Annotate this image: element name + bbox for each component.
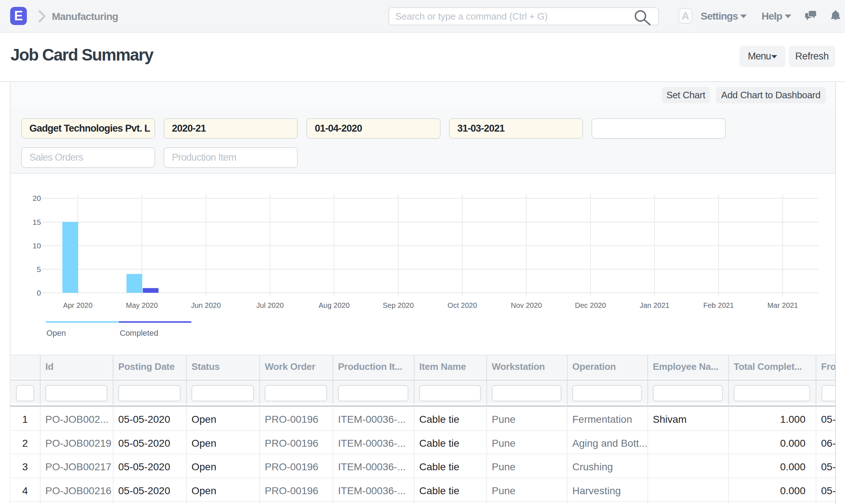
svg-text:Jun 2020: Jun 2020 (191, 301, 221, 309)
svg-text:Jul 2020: Jul 2020 (256, 301, 284, 309)
svg-text:10: 10 (33, 241, 41, 250)
svg-text:Dec 2020: Dec 2020 (575, 301, 606, 309)
svg-text:Apr 2020: Apr 2020 (63, 301, 92, 309)
svg-text:Feb 2021: Feb 2021 (703, 301, 734, 309)
svg-text:Nov 2020: Nov 2020 (511, 301, 542, 309)
svg-text:Oct 2020: Oct 2020 (448, 301, 477, 309)
svg-text:5: 5 (37, 265, 41, 273)
svg-text:Aug 2020: Aug 2020 (318, 301, 350, 309)
svg-text:Mar 2021: Mar 2021 (767, 301, 798, 309)
svg-text:Completed: Completed (120, 329, 158, 338)
svg-text:May 2020: May 2020 (126, 301, 158, 309)
svg-text:15: 15 (33, 218, 41, 226)
svg-text:Sep 2020: Sep 2020 (383, 301, 414, 309)
svg-text:Jan 2021: Jan 2021 (640, 301, 669, 309)
svg-text:20: 20 (33, 194, 41, 202)
svg-text:Open: Open (46, 329, 66, 338)
svg-text:0: 0 (37, 289, 41, 297)
